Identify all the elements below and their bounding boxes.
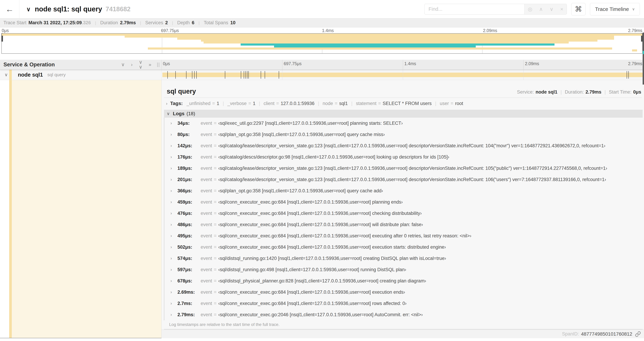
tags-items: _unfinished=1|_verbose=1|client=127.0.0.…	[186, 101, 463, 106]
view-selector-label: Trace Timeline	[595, 6, 629, 12]
log-entry-field: event	[201, 121, 212, 126]
prev-result-icon[interactable]: ∧	[539, 6, 543, 12]
span-row-name-cell[interactable]: ∨ node sql1 sql query	[0, 70, 162, 80]
log-entry-row[interactable]: ›597μs:event=‹sql/distsql_running.go:498…	[164, 264, 642, 275]
span-service-name: node sql1	[18, 72, 43, 78]
meta-label: Duration:	[565, 89, 584, 95]
expand-all-icon[interactable]: »	[148, 62, 151, 67]
tag-equals: =	[335, 101, 338, 106]
log-entry-row[interactable]: ›574μs:event=‹sql/distsql_running.go:142…	[164, 253, 642, 264]
page-title: node sql1: sql query	[35, 5, 102, 13]
log-marker-tick	[168, 71, 168, 79]
log-marker-tick	[196, 71, 197, 79]
chevron-right-icon: ›	[170, 234, 178, 238]
log-entry-field: event	[201, 267, 212, 272]
ruler-cell: 697.75μs	[282, 60, 403, 70]
tag-key: statement	[356, 101, 376, 106]
span-row[interactable]: ∨ node sql1 sql query	[0, 70, 644, 80]
collapse-one-icon[interactable]: ∨	[121, 62, 125, 67]
locate-icon[interactable]: ◎	[528, 6, 532, 12]
timeline-gridline	[523, 70, 524, 80]
spanid-label: SpanID:	[562, 331, 579, 337]
log-entry-field: event	[201, 177, 212, 182]
log-marker-tick	[186, 71, 186, 79]
log-entry-row[interactable]: ›495μs:event=‹sql/conn_executor_exec.go:…	[164, 230, 642, 241]
log-entry-equals: =	[214, 199, 216, 205]
log-entry-row[interactable]: ›34μs:event=‹sql/exec_util.go:2297 [nsql…	[164, 118, 642, 129]
span-expander-icon[interactable]: ∨	[4, 72, 8, 78]
log-marker-tick	[628, 71, 629, 79]
command-icon: ⌘	[575, 5, 582, 13]
tags-row[interactable]: › Tags: _unfinished=1|_verbose=1|client=…	[166, 101, 641, 107]
log-entry-value: ‹sql/plan_opt.go:358 [nsql1,client=127.0…	[218, 132, 385, 137]
log-entry-row[interactable]: ›80μs:event=‹sql/plan_opt.go:358 [nsql1,…	[164, 129, 642, 140]
summary-item-value: 2.79ms	[120, 20, 136, 25]
chevron-right-icon: ›	[170, 222, 178, 227]
logs-header[interactable]: ∨ Logs (18)	[164, 110, 642, 118]
log-entry-field: event	[201, 132, 212, 137]
minimap-span-bar	[125, 36, 614, 38]
service-operation-title: Service & Operation	[4, 62, 55, 68]
chevron-right-icon: ›	[170, 166, 178, 171]
log-entry-value: ‹sql/distsql_running.go:498 [nsql1,clien…	[218, 267, 406, 272]
log-entry-field: event	[201, 312, 212, 317]
view-selector-button[interactable]: Trace Timeline ∨	[590, 3, 640, 16]
log-entry-time: 486μs:	[178, 222, 198, 227]
log-entry-time: 476μs:	[178, 211, 198, 216]
deep-link-icon[interactable]	[635, 331, 641, 337]
summary-separator: |	[140, 21, 141, 25]
meta-separator: |	[604, 89, 606, 95]
log-entry-equals: =	[214, 143, 216, 149]
find-input[interactable]	[425, 4, 524, 14]
summary-item-label: Total Spans	[204, 20, 228, 25]
log-entry-row[interactable]: ›476μs:event=‹sql/conn_executor_exec.go:…	[164, 208, 642, 219]
log-entry-equals: =	[214, 166, 216, 171]
minimap-tick-label: 697.75μs	[161, 28, 179, 33]
timeline-ruler: 0μs697.75μs1.4ms2.09ms2.79ms	[162, 60, 644, 70]
log-entry-row[interactable]: ›459μs:event=‹sql/conn_executor_exec.go:…	[164, 196, 642, 208]
log-entry-row[interactable]: ›366μs:event=‹sql/plan_opt.go:358 [nsql1…	[164, 185, 642, 196]
log-entry-field: event	[201, 278, 212, 284]
log-entry-value: ‹sql/catalog/lease/descriptor_version_st…	[218, 143, 606, 149]
trace-collapse-icon[interactable]: ∨	[26, 6, 31, 13]
log-entry-row[interactable]: ›2.79ms:event=‹sql/conn_executor_exec.go…	[164, 309, 642, 320]
minimap-tick-label: 0μs	[2, 28, 9, 33]
scrollbar-thumb[interactable]	[642, 33, 644, 85]
span-detail-header: sql query Service:node sql1|Duration:2.7…	[167, 88, 641, 95]
chevron-right-icon: ›	[170, 312, 178, 317]
log-entry-row[interactable]: ›502μs:event=‹sql/conn_executor_exec.go:…	[164, 241, 642, 253]
log-entry-time: 2.79ms:	[178, 312, 198, 317]
minimap-span-bar	[148, 48, 612, 50]
log-entry-row[interactable]: ›2.7ms:event=‹sql/conn_executor_exec.go:…	[164, 298, 642, 309]
next-result-icon[interactable]: ∨	[550, 6, 554, 12]
log-entry-row[interactable]: ›176μs:event=‹sql/catalog/descs/descript…	[164, 151, 642, 163]
expand-one-icon[interactable]: ›	[131, 62, 132, 67]
chevron-right-icon: ›	[170, 177, 178, 182]
log-entry-equals: =	[214, 121, 216, 126]
timeline-minimap: 0μs697.75μs1.4ms2.09ms2.79ms	[0, 27, 644, 55]
collapse-all-icon[interactable]: ∨∨	[139, 60, 142, 70]
log-entry-time: 459μs:	[178, 199, 198, 205]
log-entry-row[interactable]: ›142μs:event=‹sql/catalog/lease/descript…	[164, 140, 642, 151]
log-entry-row[interactable]: ›486μs:event=‹sql/conn_executor_exec.go:…	[164, 219, 642, 230]
header-controls: ◎ ∧ ∨ × ⌘ Trace Timeline ∨	[424, 3, 644, 16]
clear-search-icon[interactable]: ×	[560, 6, 563, 12]
log-entry-row[interactable]: ›2.69ms:event=‹sql/conn_executor_exec.go…	[164, 287, 642, 298]
column-resize-handle[interactable]	[157, 63, 159, 67]
span-color-bar	[9, 70, 12, 80]
ruler-tick-label: 1.4ms	[404, 61, 416, 66]
log-entry-row[interactable]: ›189μs:event=‹sql/catalog/lease/descript…	[164, 163, 642, 174]
log-entry-value: ‹sql/catalog/descs/descriptor.go:98 [nsq…	[218, 154, 449, 160]
log-entry-row[interactable]: ›678μs:event=‹sql/distsql_physical_plann…	[164, 275, 642, 287]
chevron-right-icon: ›	[170, 155, 178, 159]
tag-value: 127.0.0.1:59936	[280, 101, 314, 106]
back-button[interactable]: ←	[0, 0, 20, 18]
keyboard-shortcuts-button[interactable]: ⌘	[571, 3, 586, 16]
minimap-canvas[interactable]	[2, 33, 642, 54]
span-row-timeline[interactable]	[162, 70, 644, 80]
log-entry-row[interactable]: ›201μs:event=‹sql/catalog/lease/descript…	[164, 174, 642, 185]
ruler-tick-label: 697.75μs	[284, 61, 302, 66]
logs-list: ›34μs:event=‹sql/exec_util.go:2297 [nsql…	[164, 118, 642, 320]
log-entry-time: 142μs:	[178, 143, 198, 149]
tag-equals: =	[212, 101, 215, 106]
